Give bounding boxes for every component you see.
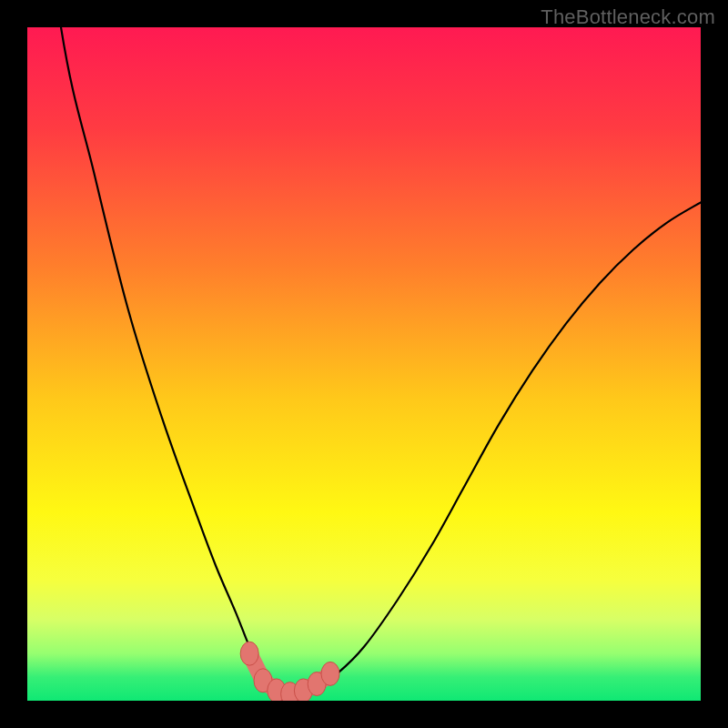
- curve-marker: [321, 662, 339, 685]
- bottleneck-curve: [27, 27, 701, 701]
- watermark-text: TheBottleneck.com: [541, 5, 715, 29]
- outer-frame: TheBottleneck.com: [0, 0, 728, 728]
- curve-marker: [240, 642, 258, 665]
- plot-area: [27, 27, 701, 701]
